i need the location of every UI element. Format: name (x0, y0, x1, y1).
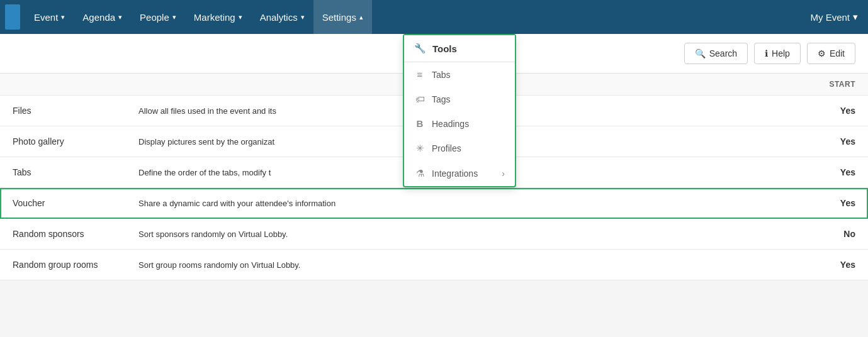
nav-settings[interactable]: Settings ▴ (313, 0, 372, 34)
tools-title: Tools (432, 43, 457, 54)
nav-my-event-chevron: ▾ (853, 11, 858, 23)
row-name: Voucher (0, 188, 126, 219)
nav-analytics-label: Analytics (260, 12, 298, 23)
integrations-label: Integrations (432, 168, 478, 179)
dropdown-item-tags[interactable]: 🏷 Tags (404, 87, 515, 111)
gear-icon: ⚙ (818, 48, 826, 58)
tools-header[interactable]: 🔧 Tools (404, 35, 515, 62)
row-name: Random group rooms (0, 250, 126, 280)
nav-marketing[interactable]: Marketing ▾ (185, 0, 251, 34)
headings-label: Headings (432, 119, 469, 129)
profiles-label: Profiles (432, 143, 461, 153)
row-name: Tabs (0, 157, 126, 188)
table-row: Random sponsors Sort sponsors randomly o… (0, 219, 868, 250)
row-name: Files (0, 96, 126, 126)
nav-event-chevron: ▾ (61, 13, 65, 21)
nav-marketing-chevron: ▾ (239, 13, 242, 21)
content-area: 🔍 Search ℹ Help ⚙ Edit START Files Allow… (0, 34, 868, 280)
nav-analytics[interactable]: Analytics ▾ (251, 0, 313, 34)
tools-dropdown-overlay: 🔧 Tools ≡ Tabs 🏷 Tags B Headings ✳ Profi… (403, 34, 516, 187)
help-label: Help (772, 48, 790, 58)
top-nav: Event ▾ Agenda ▾ People ▾ Marketing ▾ An… (0, 0, 868, 34)
tabs-label: Tabs (432, 70, 451, 80)
nav-event-label: Event (34, 12, 58, 23)
bold-icon: B (414, 118, 426, 129)
row-status: Yes (818, 250, 868, 280)
dropdown-item-profiles[interactable]: ✳ Profiles (404, 136, 515, 161)
row-status: Yes (818, 126, 868, 157)
nav-agenda[interactable]: Agenda ▾ (74, 0, 131, 34)
nav-analytics-chevron: ▾ (301, 13, 305, 21)
dropdown-item-integrations[interactable]: ⚗ Integrations › (404, 161, 515, 186)
table-row: Random group rooms Sort group rooms rand… (0, 250, 868, 280)
help-button[interactable]: ℹ Help (754, 43, 801, 64)
row-desc: Sort sponsors randomly on Virtual Lobby. (126, 219, 818, 250)
nav-agenda-label: Agenda (82, 12, 115, 23)
search-icon: 🔍 (695, 48, 706, 58)
help-icon: ℹ (765, 48, 768, 58)
asterisk-icon: ✳ (414, 143, 426, 154)
nav-people[interactable]: People ▾ (131, 0, 185, 34)
search-button[interactable]: 🔍 Search (684, 43, 748, 64)
row-name: Photo gallery (0, 126, 126, 157)
nav-my-event-label: My Event (810, 12, 850, 23)
tags-label: Tags (432, 94, 451, 104)
row-status: Yes (818, 188, 868, 219)
nav-agenda-chevron: ▾ (118, 13, 122, 21)
flask-icon: ⚗ (414, 168, 426, 179)
nav-people-chevron: ▾ (172, 13, 176, 21)
nav-settings-chevron: ▴ (359, 13, 363, 21)
nav-my-event[interactable]: My Event ▾ (800, 0, 868, 34)
nav-event[interactable]: Event ▾ (25, 0, 74, 34)
search-label: Search (709, 48, 737, 58)
row-desc: Sort group rooms randomly on Virtual Lob… (126, 250, 818, 280)
row-status: Yes (818, 157, 868, 188)
brand-logo (5, 4, 20, 30)
dropdown-item-tabs[interactable]: ≡ Tabs (404, 62, 515, 87)
row-status: No (818, 219, 868, 250)
nav-settings-label: Settings (322, 12, 356, 23)
wrench-icon: 🔧 (414, 43, 426, 54)
dropdown-item-headings[interactable]: B Headings (404, 111, 515, 136)
edit-label: Edit (830, 48, 845, 58)
tag-icon: 🏷 (414, 94, 426, 104)
chevron-right-icon: › (502, 168, 505, 179)
tabs-icon: ≡ (414, 69, 426, 80)
voucher-row[interactable]: Voucher Share a dynamic card with your a… (0, 188, 868, 219)
row-desc: Share a dynamic card with your attendee'… (126, 188, 818, 219)
nav-marketing-label: Marketing (194, 12, 235, 23)
nav-people-label: People (140, 12, 169, 23)
row-name: Random sponsors (0, 219, 126, 250)
edit-button[interactable]: ⚙ Edit (807, 43, 855, 64)
row-status: Yes (818, 96, 868, 126)
tools-dropdown: 🔧 Tools ≡ Tabs 🏷 Tags B Headings ✳ Profi… (403, 34, 516, 187)
